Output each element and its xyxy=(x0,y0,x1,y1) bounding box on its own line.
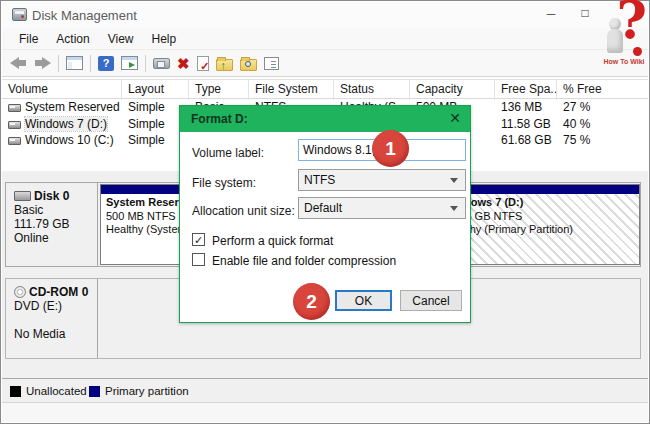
menu-bar: File Action View Help xyxy=(2,28,648,50)
column-header-status[interactable]: Status xyxy=(334,80,410,100)
file-system-dropdown[interactable]: NTFS xyxy=(298,169,466,191)
cell-freespace: 11.58 GB xyxy=(495,116,557,132)
logo-person-body xyxy=(607,29,623,53)
close-icon[interactable]: ✕ xyxy=(449,106,461,132)
cdrom-label-panel[interactable]: CD-ROM 0 DVD (E:) No Media xyxy=(6,279,98,358)
cell-freespace: 136 MB xyxy=(495,99,557,115)
column-header-freespace[interactable]: Free Spa... xyxy=(495,80,557,100)
column-header-layout[interactable]: Layout xyxy=(122,80,189,100)
cell-pctfree: 75 % xyxy=(557,132,650,148)
menu-help[interactable]: Help xyxy=(143,29,186,49)
howtowiki-logo: ? How To Wiki xyxy=(600,1,648,67)
legend-bar: Unallocated Primary partition xyxy=(2,378,648,402)
volume-icon xyxy=(8,104,21,112)
ok-button[interactable]: OK xyxy=(335,290,392,311)
action-pane-icon[interactable] xyxy=(121,56,138,70)
cdrom-media: No Media xyxy=(14,327,97,341)
help-icon[interactable]: ? xyxy=(98,56,114,71)
disk0-size: 111.79 GB xyxy=(14,217,97,231)
logo-label: How To Wiki xyxy=(600,58,648,65)
back-arrow-icon[interactable] xyxy=(10,57,27,70)
menu-view[interactable]: View xyxy=(99,29,143,49)
quick-format-label: Perform a quick format xyxy=(212,234,333,248)
annotation-step-1: 1 xyxy=(372,130,409,167)
camera-icon[interactable] xyxy=(153,58,170,69)
delete-volume-icon[interactable]: ✖ xyxy=(177,56,190,71)
toolbar-separator xyxy=(58,55,59,72)
column-header-pctfree[interactable]: % Free xyxy=(557,80,650,100)
unallocated-swatch xyxy=(10,386,21,397)
disk0-status: Online xyxy=(14,231,97,245)
volume-label-label: Volume label: xyxy=(192,146,264,160)
document-check-icon[interactable] xyxy=(197,56,209,71)
cdrom-name: CD-ROM 0 xyxy=(29,285,88,299)
volume-label-value: Windows 8.1 xyxy=(303,143,372,157)
maximize-button[interactable]: □ xyxy=(576,5,594,23)
app-icon xyxy=(12,8,27,21)
window-title: Disk Management xyxy=(32,8,137,23)
chevron-down-icon xyxy=(450,178,458,183)
column-header-filesystem[interactable]: File System xyxy=(249,80,334,100)
logo-dot xyxy=(633,47,642,56)
partition-detail: 28.95 GB NTFS xyxy=(444,210,639,224)
chevron-down-icon xyxy=(450,206,458,211)
cell-pctfree: 40 % xyxy=(557,116,650,132)
cancel-button[interactable]: Cancel xyxy=(400,290,462,311)
disk0-label-panel[interactable]: Disk 0 Basic 111.79 GB Online xyxy=(6,183,98,266)
volume-icon xyxy=(8,137,21,145)
disk0-kind: Basic xyxy=(14,203,97,217)
title-bar: Disk Management ─ □ xyxy=(2,2,648,28)
column-header-capacity[interactable]: Capacity xyxy=(410,80,495,100)
volume-table-header: Volume Layout Type File System Status Ca… xyxy=(2,79,648,99)
volume-name: Windows 7 (D:) xyxy=(25,117,107,131)
file-system-value: NTFS xyxy=(304,173,335,187)
compression-label: Enable file and folder compression xyxy=(212,254,396,268)
forward-arrow-icon[interactable] xyxy=(34,57,51,70)
cdrom-drive: DVD (E:) xyxy=(14,299,97,313)
compression-checkbox[interactable] xyxy=(192,253,205,266)
partition-status: Healthy (Primary Partition) xyxy=(444,223,639,237)
allocation-unit-value: Default xyxy=(304,201,342,215)
toolbar: ? ✖ ↑ xyxy=(2,50,648,77)
volume-name: System Reserved xyxy=(25,100,120,114)
toolbar-separator xyxy=(90,55,91,72)
quick-format-checkbox[interactable]: ✓ xyxy=(192,233,205,246)
volume-name: Windows 10 (C:) xyxy=(25,133,114,147)
status-bar xyxy=(2,402,648,422)
properties-icon[interactable] xyxy=(264,57,279,70)
annotation-step-2: 2 xyxy=(293,283,330,320)
file-system-label: File system: xyxy=(192,176,256,190)
legend-primary-partition: Primary partition xyxy=(105,385,189,397)
allocation-unit-dropdown[interactable]: Default xyxy=(298,197,466,219)
partition-name: Windows 7 (D:) xyxy=(444,196,639,210)
cd-icon xyxy=(14,286,26,298)
console-window-icon[interactable] xyxy=(66,56,83,70)
cell-pctfree: 27 % xyxy=(557,99,650,115)
minimize-button[interactable]: ─ xyxy=(542,5,560,23)
cell-freespace: 61.68 GB xyxy=(495,132,557,148)
format-dialog-title: Format D: xyxy=(180,106,470,132)
column-header-type[interactable]: Type xyxy=(189,80,249,100)
folder-search-icon[interactable] xyxy=(240,59,257,71)
volume-icon xyxy=(8,121,21,129)
legend-unallocated: Unallocated xyxy=(26,385,87,397)
column-header-volume[interactable]: Volume xyxy=(2,80,122,100)
allocation-unit-label: Allocation unit size: xyxy=(192,204,295,218)
primary-partition-swatch xyxy=(89,386,100,397)
disk-icon xyxy=(14,191,31,201)
folder-up-icon[interactable]: ↑ xyxy=(216,59,233,71)
menu-file[interactable]: File xyxy=(10,29,47,49)
disk0-name: Disk 0 xyxy=(34,189,69,203)
toolbar-separator xyxy=(145,55,146,72)
disk-management-window: Disk Management ─ □ ? How To Wiki File A… xyxy=(0,0,650,424)
menu-action[interactable]: Action xyxy=(47,29,98,49)
